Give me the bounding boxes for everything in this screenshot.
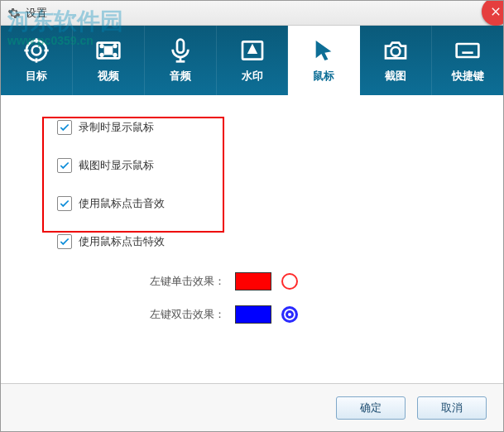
target-icon: [23, 37, 50, 64]
checkbox-label: 使用鼠标点击音效: [79, 196, 165, 211]
option-click-sound[interactable]: 使用鼠标点击音效: [57, 196, 462, 211]
checkbox-label: 使用鼠标点击特效: [79, 234, 165, 249]
checkbox[interactable]: [57, 120, 72, 135]
footer: 确定 取消: [1, 383, 503, 431]
gear-icon: [7, 7, 21, 20]
svg-rect-17: [457, 44, 479, 57]
left-dblclick-effect-row: 左键双击效果：: [150, 305, 462, 324]
ok-button[interactable]: 确定: [336, 396, 406, 420]
svg-point-9: [100, 54, 103, 56]
watermark-icon: [239, 37, 266, 64]
checkbox[interactable]: [57, 234, 72, 249]
tab-watermark[interactable]: 水印: [217, 26, 289, 95]
tab-mouse[interactable]: 鼠标: [288, 26, 360, 95]
tab-screenshot[interactable]: 截图: [360, 26, 432, 95]
svg-point-16: [391, 47, 401, 56]
titlebar: 设置: [1, 1, 503, 26]
svg-rect-12: [177, 40, 184, 53]
close-button[interactable]: [482, 0, 504, 26]
close-icon: [489, 5, 502, 18]
svg-rect-11: [105, 47, 112, 54]
option-click-effect[interactable]: 使用鼠标点击特效: [57, 234, 462, 249]
left-dblclick-color-swatch[interactable]: [235, 305, 271, 324]
tab-label: 水印: [242, 69, 263, 84]
tab-label: 视频: [98, 69, 119, 84]
tab-label: 截图: [385, 69, 406, 84]
checkbox-label: 录制时显示鼠标: [79, 120, 154, 135]
svg-point-10: [113, 54, 116, 56]
tab-label: 快捷键: [452, 69, 484, 84]
left-click-effect-row: 左键单击效果：: [150, 272, 462, 290]
tab-target[interactable]: 目标: [1, 26, 73, 95]
color-label: 左键双击效果：: [150, 307, 225, 322]
tab-label: 目标: [26, 69, 47, 84]
video-icon: [95, 37, 122, 64]
tab-audio[interactable]: 音频: [145, 26, 217, 95]
option-show-cursor-capture[interactable]: 截图时显示鼠标: [57, 158, 462, 173]
svg-point-1: [32, 46, 41, 55]
tabbar: 目标 视频 音频 水印 鼠标 截图 快捷键: [1, 26, 503, 95]
checkbox[interactable]: [57, 196, 72, 211]
cursor-icon: [310, 37, 337, 64]
cancel-button[interactable]: 取消: [417, 396, 487, 420]
double-ring-indicator: [281, 306, 298, 323]
window-title: 设置: [26, 6, 47, 21]
color-label: 左键单击效果：: [150, 274, 225, 289]
camera-icon: [382, 37, 409, 64]
checkbox-label: 截图时显示鼠标: [79, 158, 154, 173]
checkbox[interactable]: [57, 158, 72, 173]
microphone-icon: [167, 37, 194, 64]
tab-label: 音频: [170, 69, 191, 84]
option-show-cursor-record[interactable]: 录制时显示鼠标: [57, 120, 462, 135]
left-click-color-swatch[interactable]: [235, 272, 271, 290]
content-panel: 录制时显示鼠标 截图时显示鼠标 使用鼠标点击音效 使用鼠标点击特效 左键单击效果…: [1, 95, 503, 383]
svg-point-7: [100, 45, 103, 47]
tab-hotkey[interactable]: 快捷键: [432, 26, 503, 95]
tab-video[interactable]: 视频: [73, 26, 145, 95]
keyboard-icon: [454, 37, 481, 64]
svg-point-8: [113, 45, 116, 47]
svg-point-0: [26, 41, 46, 60]
tab-label: 鼠标: [313, 69, 334, 84]
single-ring-indicator: [281, 273, 298, 290]
